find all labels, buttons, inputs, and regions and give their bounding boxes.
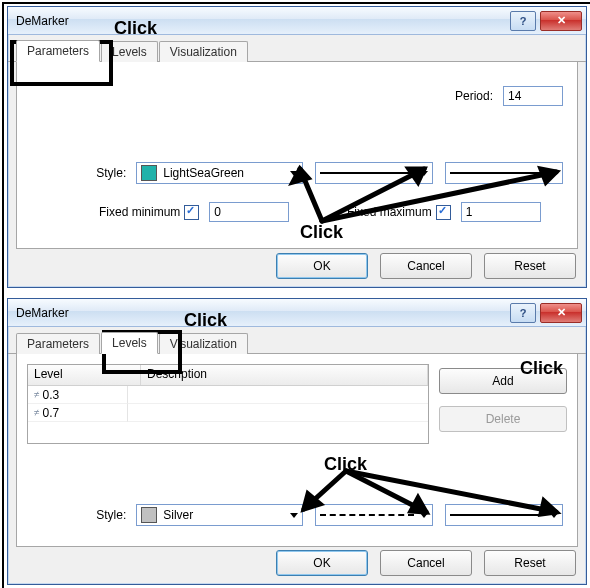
style-color-name: Silver xyxy=(163,508,193,522)
levels-table[interactable]: Level Description ≠0.3 ≠0.7 xyxy=(27,364,429,444)
dialog-button-row: OK Cancel Reset xyxy=(264,253,576,279)
level-value: 0.7 xyxy=(43,406,60,420)
reset-button[interactable]: Reset xyxy=(484,253,576,279)
chevron-down-icon xyxy=(550,171,558,176)
style-color-combo[interactable]: LightSeaGreen xyxy=(136,162,303,184)
fixed-max-input[interactable] xyxy=(461,202,541,222)
titlebar[interactable]: DeMarker ? ✕ xyxy=(8,299,586,327)
chevron-down-icon xyxy=(290,513,298,518)
style-label: Style: xyxy=(87,166,126,180)
level-icon: ≠ xyxy=(34,389,39,400)
line-style-icon xyxy=(320,514,414,516)
table-row[interactable]: ≠0.7 xyxy=(28,404,428,422)
chevron-down-icon xyxy=(290,171,298,176)
add-button[interactable]: Add xyxy=(439,368,567,394)
reset-button[interactable]: Reset xyxy=(484,550,576,576)
level-icon: ≠ xyxy=(34,407,39,418)
period-input[interactable] xyxy=(503,86,563,106)
line-width-icon xyxy=(450,172,544,174)
style-color-combo[interactable]: Silver xyxy=(136,504,303,526)
ok-button[interactable]: OK xyxy=(276,550,368,576)
fixed-min-label: Fixed minimum xyxy=(99,205,180,219)
levels-col-desc[interactable]: Description xyxy=(141,365,428,385)
titlebar[interactable]: DeMarker ? ✕ xyxy=(8,7,586,35)
color-swatch-icon xyxy=(141,165,157,181)
level-desc xyxy=(128,386,428,404)
line-width-icon xyxy=(450,514,544,516)
tab-parameters[interactable]: Parameters xyxy=(16,333,100,354)
close-button[interactable]: ✕ xyxy=(540,303,582,323)
fixed-min-checkbox[interactable]: ✓ xyxy=(184,205,199,220)
levels-col-level[interactable]: Level xyxy=(28,365,141,385)
color-swatch-icon xyxy=(141,507,157,523)
style-label: Style: xyxy=(87,508,126,522)
style-color-name: LightSeaGreen xyxy=(163,166,244,180)
delete-button: Delete xyxy=(439,406,567,432)
style-width-combo[interactable] xyxy=(445,504,563,526)
tab-strip: Parameters Levels Visualization xyxy=(8,39,586,62)
fixed-max-label: Fixed maximum xyxy=(347,205,432,219)
window-title: DeMarker xyxy=(16,306,506,320)
cancel-button[interactable]: Cancel xyxy=(380,550,472,576)
chevron-down-icon xyxy=(420,513,428,518)
dialog-button-row: OK Cancel Reset xyxy=(264,550,576,576)
window-title: DeMarker xyxy=(16,14,506,28)
chevron-down-icon xyxy=(550,513,558,518)
demarker-parameters-dialog: DeMarker ? ✕ Parameters Levels Visualiza… xyxy=(7,6,587,288)
tab-visualization[interactable]: Visualization xyxy=(159,41,248,62)
demarker-levels-dialog: DeMarker ? ✕ Parameters Levels Visualiza… xyxy=(7,298,587,585)
style-width-combo[interactable] xyxy=(445,162,563,184)
tab-levels[interactable]: Levels xyxy=(101,332,158,354)
fixed-max-checkbox[interactable]: ✓ xyxy=(436,205,451,220)
line-style-icon xyxy=(320,172,414,174)
style-line-combo[interactable] xyxy=(315,504,433,526)
tab-parameters[interactable]: Parameters xyxy=(16,40,100,62)
tab-levels[interactable]: Levels xyxy=(101,41,158,62)
cancel-button[interactable]: Cancel xyxy=(380,253,472,279)
help-button[interactable]: ? xyxy=(510,303,536,323)
levels-pane: Level Description ≠0.3 ≠0.7 Add Delete S… xyxy=(16,354,578,547)
table-row[interactable]: ≠0.3 xyxy=(28,386,428,404)
help-button[interactable]: ? xyxy=(510,11,536,31)
level-value: 0.3 xyxy=(43,388,60,402)
style-line-combo[interactable] xyxy=(315,162,433,184)
fixed-min-input[interactable] xyxy=(209,202,289,222)
tab-strip: Parameters Levels Visualization xyxy=(8,331,586,354)
tab-visualization[interactable]: Visualization xyxy=(159,333,248,354)
close-button[interactable]: ✕ xyxy=(540,11,582,31)
level-desc xyxy=(128,404,428,422)
chevron-down-icon xyxy=(420,171,428,176)
period-label: Period: xyxy=(455,89,493,103)
parameters-pane: Period: Style: LightSeaGreen xyxy=(16,62,578,249)
ok-button[interactable]: OK xyxy=(276,253,368,279)
